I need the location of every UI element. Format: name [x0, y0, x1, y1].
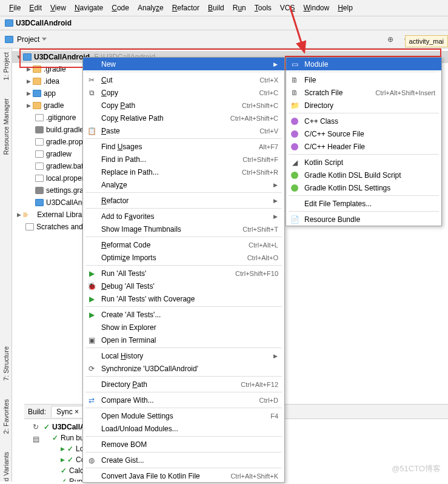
mi-copy-rel[interactable]: Copy Relative PathCtrl+Alt+Shift+C — [83, 112, 284, 124]
mi-copy-path[interactable]: Copy PathCtrl+Shift+C — [83, 99, 284, 112]
bundle-icon: 📄 — [290, 215, 299, 224]
project-view-selector[interactable]: Project — [17, 35, 47, 44]
filter-icon[interactable]: ▤ — [33, 435, 39, 443]
smi-resource-bundle[interactable]: 📄Resource Bundle — [286, 213, 441, 226]
menu-navigate[interactable]: Navigate — [70, 2, 107, 13]
mi-open-terminal[interactable]: ▣Open in Terminal — [83, 334, 284, 346]
folder-icon: 📁 — [290, 101, 299, 110]
menu-view[interactable]: View — [46, 2, 70, 13]
menubar: File Edit View Navigate Code Analyze Ref… — [0, 0, 448, 16]
smi-kotlin-script[interactable]: ◢Kotlin Script — [286, 156, 441, 169]
left-gutter: 1: Project Resource Manager 7: Structure… — [0, 49, 12, 482]
smi-module[interactable]: ▭Module — [286, 58, 441, 70]
smi-cpp-hdr[interactable]: C/C++ Header File — [286, 140, 441, 153]
mi-convert-kotlin[interactable]: Convert Java File to Kotlin FileCtrl+Alt… — [83, 469, 284, 482]
mi-new[interactable]: New▶ — [83, 58, 284, 70]
diff-icon: ⇄ — [87, 396, 96, 405]
mi-coverage[interactable]: ▶Run 'All Tests' with Coverage — [83, 292, 284, 305]
mi-create-all[interactable]: ▶Create 'All Tests'... — [83, 308, 284, 321]
mi-show-explorer[interactable]: Show in Explorer — [83, 321, 284, 334]
mi-analyze[interactable]: Analyze▶ — [83, 178, 284, 191]
coverage-icon: ▶ — [87, 295, 96, 303]
scratch-icon: 🗎 — [290, 89, 299, 97]
smi-scratch[interactable]: 🗎Scratch FileCtrl+Alt+Shift+Insert — [286, 86, 441, 99]
sync-icon: ⟳ — [87, 365, 96, 373]
smi-gradle-settings[interactable]: Gradle Kotlin DSL Settings — [286, 181, 441, 194]
mi-run-all[interactable]: ▶Run 'All Tests'Ctrl+Shift+F10 — [83, 267, 284, 280]
mi-refactor[interactable]: Refactor▶ — [83, 194, 284, 207]
mi-local-history[interactable]: Local History▶ — [83, 349, 284, 362]
project-view-label: Project — [17, 35, 39, 44]
smi-edit-templates[interactable]: Edit File Templates... — [286, 197, 441, 210]
mi-dir-path[interactable]: Directory PathCtrl+Alt+F12 — [83, 378, 284, 391]
kotlin-icon: ◢ — [290, 158, 299, 167]
smi-directory[interactable]: 📁Directory — [286, 99, 441, 112]
chevron-down-icon — [42, 38, 47, 41]
create-icon: ▶ — [87, 311, 96, 319]
menu-build[interactable]: Build — [204, 2, 229, 13]
sidebar-project[interactable]: 1: Project — [2, 52, 10, 80]
breadcrumb-bar: U3DCallAndroid — [0, 16, 448, 30]
mi-load-unload[interactable]: Load/Unload Modules... — [83, 422, 284, 435]
rerun-icon[interactable]: ↻ — [33, 423, 39, 431]
mi-reformat[interactable]: Reformat CodeCtrl+Alt+L — [83, 238, 284, 251]
menu-file[interactable]: File — [5, 2, 25, 13]
mi-find-usages[interactable]: Find UsagesAlt+F7 — [83, 140, 284, 153]
context-menu: New▶ ✂CutCtrl+X ⧉CopyCtrl+C Copy PathCtr… — [82, 57, 285, 483]
menu-run[interactable]: Run — [229, 2, 250, 13]
tree-root-label: U3DCallAndroid — [34, 53, 90, 61]
menu-analyze[interactable]: Analyze — [133, 2, 168, 13]
mi-optimize[interactable]: Optimize ImportsCtrl+Alt+O — [83, 251, 284, 264]
mi-open-module-settings[interactable]: Open Module SettingsF4 — [83, 409, 284, 422]
menu-code[interactable]: Code — [107, 2, 133, 13]
mi-paste[interactable]: 📋PasteCtrl+V — [83, 124, 284, 137]
menu-tools[interactable]: Tools — [250, 2, 276, 13]
smi-gradle-build[interactable]: Gradle Kotlin DSL Build Script — [286, 169, 441, 181]
copy-icon: ⧉ — [87, 89, 96, 97]
mi-remove-bom[interactable]: Remove BOM — [83, 438, 284, 451]
project-toolbar: Project ⊕ ÷ ⚙ — — [0, 30, 448, 49]
github-icon: ◍ — [87, 456, 96, 465]
mi-debug-all[interactable]: 🐞Debug 'All Tests' — [83, 280, 284, 292]
build-label: Build: — [28, 408, 46, 416]
locate-icon[interactable]: ⊕ — [385, 34, 396, 45]
menu-edit[interactable]: Edit — [25, 2, 46, 13]
paste-icon: 📋 — [87, 127, 96, 135]
run-icon: ▶ — [87, 269, 96, 278]
project-icon — [5, 19, 13, 27]
smi-cpp-src[interactable]: C/C++ Source File — [286, 127, 441, 140]
new-submenu: ▭Module 🗎File 🗎Scratch FileCtrl+Alt+Shif… — [286, 57, 442, 226]
mi-replace-in-path[interactable]: Replace in Path...Ctrl+Shift+R — [83, 166, 284, 178]
editor-tab[interactable]: activity_mai — [405, 35, 448, 47]
mi-sync[interactable]: ⟳Synchronize 'U3DCallAndroid' — [83, 362, 284, 375]
smi-file[interactable]: 🗎File — [286, 73, 441, 86]
file-icon: 🗎 — [290, 76, 299, 84]
sidebar-resource-manager[interactable]: Resource Manager — [2, 98, 10, 155]
debug-icon: 🐞 — [87, 282, 96, 291]
mi-show-thumb[interactable]: Show Image ThumbnailsCtrl+Shift+T — [83, 223, 284, 235]
mi-copy[interactable]: ⧉CopyCtrl+C — [83, 86, 284, 99]
mi-find-in-path[interactable]: Find in Path...Ctrl+Shift+F — [83, 153, 284, 166]
mi-create-gist[interactable]: ◍Create Gist... — [83, 454, 284, 466]
smi-cpp-class[interactable]: C++ Class — [286, 115, 441, 127]
menu-help[interactable]: Help — [333, 2, 357, 13]
mi-compare[interactable]: ⇄Compare With...Ctrl+D — [83, 394, 284, 406]
mi-add-fav[interactable]: Add to Favorites▶ — [83, 210, 284, 223]
menu-window[interactable]: Window — [299, 2, 333, 13]
panel-icon — [5, 36, 13, 43]
build-tab-sync[interactable]: Sync × — [51, 406, 84, 417]
sidebar-variants[interactable]: d Variants — [2, 452, 10, 482]
sidebar-structure[interactable]: 7: Structure — [2, 346, 10, 381]
scissors-icon: ✂ — [87, 76, 96, 84]
module-icon: ▭ — [290, 60, 299, 69]
sidebar-favorites[interactable]: 2: Favorites — [2, 399, 10, 434]
menu-refactor[interactable]: Refactor — [168, 2, 204, 13]
terminal-icon: ▣ — [87, 336, 96, 345]
menu-vcs[interactable]: VCS — [276, 2, 299, 13]
project-title: U3DCallAndroid — [16, 19, 72, 27]
mi-cut[interactable]: ✂CutCtrl+X — [83, 73, 284, 86]
